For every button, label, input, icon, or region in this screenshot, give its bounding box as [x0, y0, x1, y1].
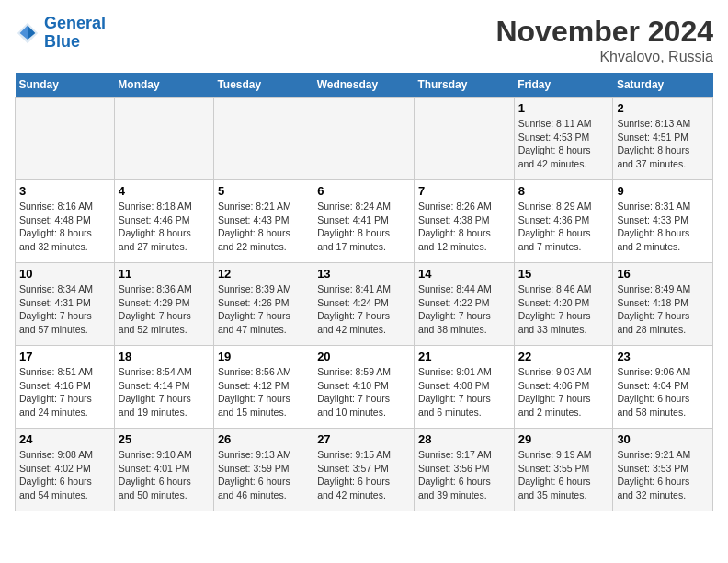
day-number: 26 [218, 432, 309, 446]
calendar-cell: 5Sunrise: 8:21 AMSunset: 4:43 PMDaylight… [213, 180, 313, 263]
calendar-cell: 14Sunrise: 8:44 AMSunset: 4:22 PMDayligh… [414, 263, 514, 346]
calendar-cell: 8Sunrise: 8:29 AMSunset: 4:36 PMDaylight… [514, 180, 613, 263]
day-number: 9 [617, 184, 709, 198]
calendar-cell: 29Sunrise: 9:19 AMSunset: 3:55 PMDayligh… [514, 429, 613, 511]
day-info: Sunrise: 9:17 AMSunset: 3:56 PMDaylight:… [418, 448, 510, 502]
day-info: Sunrise: 8:11 AMSunset: 4:53 PMDaylight:… [518, 117, 609, 171]
day-number: 14 [418, 267, 510, 281]
logo-general: General [44, 14, 106, 32]
day-info: Sunrise: 9:10 AMSunset: 4:01 PMDaylight:… [119, 448, 210, 502]
calendar-cell: 13Sunrise: 8:41 AMSunset: 4:24 PMDayligh… [313, 263, 415, 346]
calendar-cell: 30Sunrise: 9:21 AMSunset: 3:53 PMDayligh… [613, 429, 713, 511]
weekday-header-friday: Friday [514, 73, 613, 98]
day-number: 5 [218, 184, 309, 198]
logo-text: General Blue [44, 15, 106, 52]
day-info: Sunrise: 8:41 AMSunset: 4:24 PMDaylight:… [317, 282, 410, 337]
calendar-cell [414, 98, 514, 180]
day-number: 1 [518, 101, 609, 115]
day-number: 16 [617, 267, 709, 281]
day-info: Sunrise: 9:08 AMSunset: 4:02 PMDaylight:… [19, 448, 110, 502]
day-info: Sunrise: 9:03 AMSunset: 4:06 PMDaylight:… [518, 365, 609, 419]
weekday-header-saturday: Saturday [613, 73, 713, 98]
day-info: Sunrise: 8:31 AMSunset: 4:33 PMDaylight:… [617, 200, 709, 254]
calendar-cell: 6Sunrise: 8:24 AMSunset: 4:41 PMDaylight… [313, 180, 415, 263]
day-number: 3 [19, 184, 110, 198]
day-info: Sunrise: 8:29 AMSunset: 4:36 PMDaylight:… [518, 200, 609, 254]
weekday-header-tuesday: Tuesday [213, 73, 313, 98]
day-number: 4 [119, 184, 210, 198]
logo-blue: Blue [44, 32, 80, 51]
calendar-cell: 21Sunrise: 9:01 AMSunset: 4:08 PMDayligh… [414, 346, 514, 429]
calendar-cell [16, 98, 115, 180]
calendar-cell: 22Sunrise: 9:03 AMSunset: 4:06 PMDayligh… [514, 346, 613, 429]
day-info: Sunrise: 8:46 AMSunset: 4:20 PMDaylight:… [518, 282, 609, 337]
logo: General Blue [15, 15, 106, 52]
day-info: Sunrise: 8:51 AMSunset: 4:16 PMDaylight:… [19, 365, 110, 419]
calendar-cell: 2Sunrise: 8:13 AMSunset: 4:51 PMDaylight… [613, 98, 713, 180]
week-row-2: 3Sunrise: 8:16 AMSunset: 4:48 PMDaylight… [16, 180, 713, 263]
calendar-cell: 4Sunrise: 8:18 AMSunset: 4:46 PMDaylight… [114, 180, 213, 263]
calendar-cell: 25Sunrise: 9:10 AMSunset: 4:01 PMDayligh… [114, 429, 213, 511]
day-number: 29 [518, 432, 609, 446]
calendar-cell: 26Sunrise: 9:13 AMSunset: 3:59 PMDayligh… [213, 429, 313, 511]
calendar-cell: 10Sunrise: 8:34 AMSunset: 4:31 PMDayligh… [16, 263, 115, 346]
day-info: Sunrise: 8:36 AMSunset: 4:29 PMDaylight:… [119, 282, 210, 337]
day-number: 21 [418, 350, 510, 363]
week-row-3: 10Sunrise: 8:34 AMSunset: 4:31 PMDayligh… [16, 263, 713, 346]
day-info: Sunrise: 8:59 AMSunset: 4:10 PMDaylight:… [317, 365, 410, 419]
day-number: 8 [518, 184, 609, 198]
header: General Blue November 2024 Khvalovo, Rus… [15, 15, 713, 65]
day-info: Sunrise: 8:34 AMSunset: 4:31 PMDaylight:… [19, 282, 110, 337]
calendar-table: SundayMondayTuesdayWednesdayThursdayFrid… [15, 73, 713, 511]
day-info: Sunrise: 9:06 AMSunset: 4:04 PMDaylight:… [617, 365, 709, 419]
day-number: 11 [119, 267, 210, 281]
day-info: Sunrise: 9:15 AMSunset: 3:57 PMDaylight:… [317, 448, 410, 502]
day-info: Sunrise: 8:21 AMSunset: 4:43 PMDaylight:… [218, 200, 309, 254]
weekday-header-row: SundayMondayTuesdayWednesdayThursdayFrid… [16, 73, 713, 98]
calendar-cell: 15Sunrise: 8:46 AMSunset: 4:20 PMDayligh… [514, 263, 613, 346]
weekday-header-sunday: Sunday [16, 73, 115, 98]
logo-icon [15, 20, 40, 46]
day-info: Sunrise: 8:44 AMSunset: 4:22 PMDaylight:… [418, 282, 510, 337]
title-area: November 2024 Khvalovo, Russia [495, 15, 713, 65]
day-info: Sunrise: 8:49 AMSunset: 4:18 PMDaylight:… [617, 282, 709, 337]
calendar-subtitle: Khvalovo, Russia [495, 49, 713, 65]
week-row-5: 24Sunrise: 9:08 AMSunset: 4:02 PMDayligh… [16, 429, 713, 511]
calendar-cell: 18Sunrise: 8:54 AMSunset: 4:14 PMDayligh… [114, 346, 213, 429]
calendar-cell: 7Sunrise: 8:26 AMSunset: 4:38 PMDaylight… [414, 180, 514, 263]
day-number: 2 [617, 101, 709, 115]
day-number: 13 [317, 267, 410, 281]
day-number: 25 [119, 432, 210, 446]
calendar-cell [213, 98, 313, 180]
calendar-cell: 19Sunrise: 8:56 AMSunset: 4:12 PMDayligh… [213, 346, 313, 429]
day-info: Sunrise: 8:54 AMSunset: 4:14 PMDaylight:… [119, 365, 210, 419]
day-number: 19 [218, 350, 309, 363]
day-number: 6 [317, 184, 410, 198]
day-info: Sunrise: 8:18 AMSunset: 4:46 PMDaylight:… [119, 200, 210, 254]
calendar-cell: 1Sunrise: 8:11 AMSunset: 4:53 PMDaylight… [514, 98, 613, 180]
calendar-cell: 3Sunrise: 8:16 AMSunset: 4:48 PMDaylight… [16, 180, 115, 263]
day-info: Sunrise: 8:24 AMSunset: 4:41 PMDaylight:… [317, 200, 410, 254]
day-info: Sunrise: 8:13 AMSunset: 4:51 PMDaylight:… [617, 117, 709, 171]
day-number: 23 [617, 350, 709, 363]
day-info: Sunrise: 8:16 AMSunset: 4:48 PMDaylight:… [19, 200, 110, 254]
calendar-cell: 11Sunrise: 8:36 AMSunset: 4:29 PMDayligh… [114, 263, 213, 346]
day-number: 27 [317, 432, 410, 446]
weekday-header-monday: Monday [114, 73, 213, 98]
calendar-cell: 24Sunrise: 9:08 AMSunset: 4:02 PMDayligh… [16, 429, 115, 511]
calendar-cell: 28Sunrise: 9:17 AMSunset: 3:56 PMDayligh… [414, 429, 514, 511]
calendar-cell [114, 98, 213, 180]
day-number: 20 [317, 350, 410, 363]
calendar-cell: 17Sunrise: 8:51 AMSunset: 4:16 PMDayligh… [16, 346, 115, 429]
calendar-cell: 27Sunrise: 9:15 AMSunset: 3:57 PMDayligh… [313, 429, 415, 511]
calendar-cell: 9Sunrise: 8:31 AMSunset: 4:33 PMDaylight… [613, 180, 713, 263]
day-number: 22 [518, 350, 609, 363]
day-number: 28 [418, 432, 510, 446]
day-number: 15 [518, 267, 609, 281]
week-row-1: 1Sunrise: 8:11 AMSunset: 4:53 PMDaylight… [16, 98, 713, 180]
weekday-header-wednesday: Wednesday [313, 73, 415, 98]
day-number: 7 [418, 184, 510, 198]
calendar-cell [313, 98, 415, 180]
day-info: Sunrise: 9:01 AMSunset: 4:08 PMDaylight:… [418, 365, 510, 419]
calendar-cell: 12Sunrise: 8:39 AMSunset: 4:26 PMDayligh… [213, 263, 313, 346]
